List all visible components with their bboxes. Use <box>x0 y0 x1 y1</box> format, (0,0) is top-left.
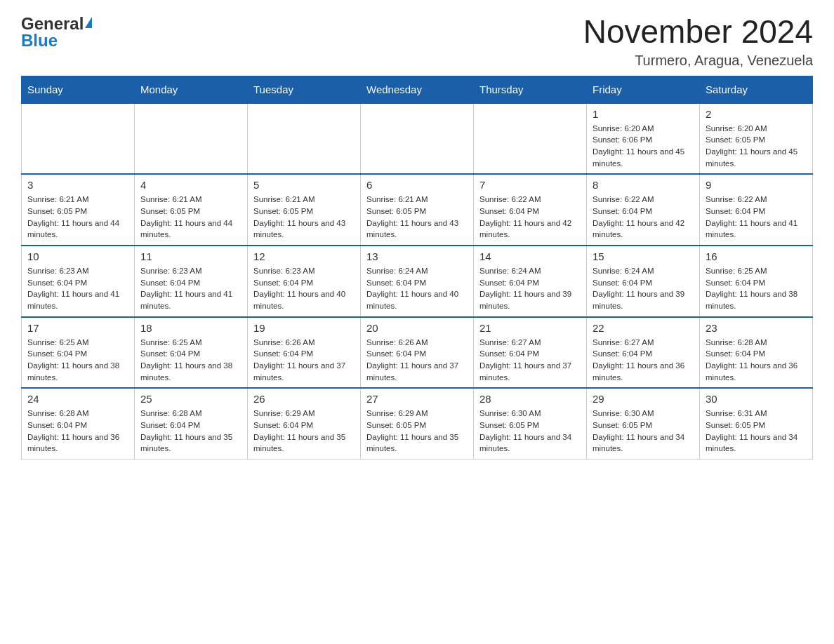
calendar-cell <box>135 103 248 175</box>
calendar-header-wednesday: Wednesday <box>361 76 474 103</box>
calendar-cell: 28Sunrise: 6:30 AMSunset: 6:05 PMDayligh… <box>474 388 587 459</box>
day-number: 19 <box>253 322 355 334</box>
day-info: Sunrise: 6:25 AMSunset: 6:04 PMDaylight:… <box>140 337 241 384</box>
day-info: Sunrise: 6:21 AMSunset: 6:05 PMDaylight:… <box>253 194 355 241</box>
logo-blue-text: Blue <box>21 31 92 51</box>
calendar-cell <box>361 103 474 175</box>
calendar-cell: 6Sunrise: 6:21 AMSunset: 6:05 PMDaylight… <box>361 174 474 246</box>
day-info: Sunrise: 6:27 AMSunset: 6:04 PMDaylight:… <box>479 337 581 384</box>
day-number: 14 <box>479 250 581 262</box>
day-info: Sunrise: 6:28 AMSunset: 6:04 PMDaylight:… <box>140 408 241 455</box>
calendar-header-thursday: Thursday <box>474 76 587 103</box>
day-number: 12 <box>253 250 355 262</box>
day-info: Sunrise: 6:25 AMSunset: 6:04 PMDaylight:… <box>706 265 807 312</box>
day-info: Sunrise: 6:30 AMSunset: 6:05 PMDaylight:… <box>593 408 694 455</box>
day-info: Sunrise: 6:26 AMSunset: 6:04 PMDaylight:… <box>366 337 468 384</box>
day-info: Sunrise: 6:28 AMSunset: 6:04 PMDaylight:… <box>27 408 128 455</box>
day-info: Sunrise: 6:26 AMSunset: 6:04 PMDaylight:… <box>253 337 355 384</box>
day-number: 15 <box>593 250 694 262</box>
calendar-cell: 27Sunrise: 6:29 AMSunset: 6:05 PMDayligh… <box>361 388 474 459</box>
day-number: 28 <box>479 393 581 405</box>
calendar-header-saturday: Saturday <box>700 76 813 103</box>
calendar-cell: 10Sunrise: 6:23 AMSunset: 6:04 PMDayligh… <box>22 246 135 317</box>
calendar-week-row: 3Sunrise: 6:21 AMSunset: 6:05 PMDaylight… <box>22 174 813 246</box>
day-info: Sunrise: 6:22 AMSunset: 6:04 PMDaylight:… <box>479 194 581 241</box>
day-number: 8 <box>593 179 694 191</box>
calendar-cell: 20Sunrise: 6:26 AMSunset: 6:04 PMDayligh… <box>361 317 474 389</box>
day-number: 27 <box>366 393 468 405</box>
day-number: 16 <box>706 250 807 262</box>
calendar-week-row: 24Sunrise: 6:28 AMSunset: 6:04 PMDayligh… <box>22 388 813 459</box>
day-number: 3 <box>27 179 128 191</box>
day-number: 18 <box>140 322 241 334</box>
calendar-cell <box>248 103 361 175</box>
day-number: 10 <box>27 250 128 262</box>
calendar-cell: 5Sunrise: 6:21 AMSunset: 6:05 PMDaylight… <box>248 174 361 246</box>
month-title: November 2024 <box>583 14 813 50</box>
day-info: Sunrise: 6:23 AMSunset: 6:04 PMDaylight:… <box>27 265 128 312</box>
day-info: Sunrise: 6:27 AMSunset: 6:04 PMDaylight:… <box>593 337 694 384</box>
calendar-header-friday: Friday <box>587 76 700 103</box>
calendar-header-sunday: Sunday <box>22 76 135 103</box>
calendar-cell: 19Sunrise: 6:26 AMSunset: 6:04 PMDayligh… <box>248 317 361 389</box>
logo: General Blue <box>21 14 92 51</box>
day-number: 9 <box>706 179 807 191</box>
day-number: 13 <box>366 250 468 262</box>
calendar-cell: 13Sunrise: 6:24 AMSunset: 6:04 PMDayligh… <box>361 246 474 317</box>
day-info: Sunrise: 6:23 AMSunset: 6:04 PMDaylight:… <box>140 265 241 312</box>
day-number: 23 <box>706 322 807 334</box>
day-info: Sunrise: 6:24 AMSunset: 6:04 PMDaylight:… <box>479 265 581 312</box>
day-number: 7 <box>479 179 581 191</box>
day-number: 1 <box>593 108 694 120</box>
logo-arrow-icon <box>85 17 92 28</box>
day-info: Sunrise: 6:21 AMSunset: 6:05 PMDaylight:… <box>366 194 468 241</box>
day-number: 6 <box>366 179 468 191</box>
calendar-cell: 9Sunrise: 6:22 AMSunset: 6:04 PMDaylight… <box>700 174 813 246</box>
day-number: 17 <box>27 322 128 334</box>
calendar-cell: 14Sunrise: 6:24 AMSunset: 6:04 PMDayligh… <box>474 246 587 317</box>
calendar-cell: 30Sunrise: 6:31 AMSunset: 6:05 PMDayligh… <box>700 388 813 459</box>
calendar-cell: 17Sunrise: 6:25 AMSunset: 6:04 PMDayligh… <box>22 317 135 389</box>
calendar-cell: 16Sunrise: 6:25 AMSunset: 6:04 PMDayligh… <box>700 246 813 317</box>
day-info: Sunrise: 6:21 AMSunset: 6:05 PMDaylight:… <box>140 194 241 241</box>
calendar-cell: 15Sunrise: 6:24 AMSunset: 6:04 PMDayligh… <box>587 246 700 317</box>
day-info: Sunrise: 6:29 AMSunset: 6:05 PMDaylight:… <box>366 408 468 455</box>
title-block: November 2024 Turmero, Aragua, Venezuela <box>583 14 813 69</box>
calendar-cell: 23Sunrise: 6:28 AMSunset: 6:04 PMDayligh… <box>700 317 813 389</box>
calendar-cell: 1Sunrise: 6:20 AMSunset: 6:06 PMDaylight… <box>587 103 700 175</box>
calendar-cell: 22Sunrise: 6:27 AMSunset: 6:04 PMDayligh… <box>587 317 700 389</box>
day-info: Sunrise: 6:21 AMSunset: 6:05 PMDaylight:… <box>27 194 128 241</box>
calendar-header-monday: Monday <box>135 76 248 103</box>
day-number: 4 <box>140 179 241 191</box>
day-info: Sunrise: 6:20 AMSunset: 6:06 PMDaylight:… <box>593 123 694 170</box>
day-number: 5 <box>253 179 355 191</box>
calendar-cell: 4Sunrise: 6:21 AMSunset: 6:05 PMDaylight… <box>135 174 248 246</box>
calendar-cell: 18Sunrise: 6:25 AMSunset: 6:04 PMDayligh… <box>135 317 248 389</box>
day-info: Sunrise: 6:22 AMSunset: 6:04 PMDaylight:… <box>593 194 694 241</box>
calendar-cell: 12Sunrise: 6:23 AMSunset: 6:04 PMDayligh… <box>248 246 361 317</box>
header: General Blue November 2024 Turmero, Arag… <box>21 14 813 69</box>
day-info: Sunrise: 6:24 AMSunset: 6:04 PMDaylight:… <box>366 265 468 312</box>
calendar-table: SundayMondayTuesdayWednesdayThursdayFrid… <box>21 76 813 459</box>
day-number: 25 <box>140 393 241 405</box>
day-number: 22 <box>593 322 694 334</box>
calendar-header-tuesday: Tuesday <box>248 76 361 103</box>
calendar-cell: 26Sunrise: 6:29 AMSunset: 6:04 PMDayligh… <box>248 388 361 459</box>
day-number: 24 <box>27 393 128 405</box>
calendar-cell: 3Sunrise: 6:21 AMSunset: 6:05 PMDaylight… <box>22 174 135 246</box>
calendar-cell: 21Sunrise: 6:27 AMSunset: 6:04 PMDayligh… <box>474 317 587 389</box>
calendar-cell: 7Sunrise: 6:22 AMSunset: 6:04 PMDaylight… <box>474 174 587 246</box>
day-info: Sunrise: 6:23 AMSunset: 6:04 PMDaylight:… <box>253 265 355 312</box>
day-info: Sunrise: 6:24 AMSunset: 6:04 PMDaylight:… <box>593 265 694 312</box>
day-number: 20 <box>366 322 468 334</box>
day-info: Sunrise: 6:20 AMSunset: 6:05 PMDaylight:… <box>706 123 807 170</box>
day-info: Sunrise: 6:30 AMSunset: 6:05 PMDaylight:… <box>479 408 581 455</box>
day-info: Sunrise: 6:28 AMSunset: 6:04 PMDaylight:… <box>706 337 807 384</box>
calendar-cell: 25Sunrise: 6:28 AMSunset: 6:04 PMDayligh… <box>135 388 248 459</box>
calendar-week-row: 1Sunrise: 6:20 AMSunset: 6:06 PMDaylight… <box>22 103 813 175</box>
calendar-cell <box>474 103 587 175</box>
day-info: Sunrise: 6:29 AMSunset: 6:04 PMDaylight:… <box>253 408 355 455</box>
day-number: 2 <box>706 108 807 120</box>
day-number: 30 <box>706 393 807 405</box>
calendar-cell: 29Sunrise: 6:30 AMSunset: 6:05 PMDayligh… <box>587 388 700 459</box>
